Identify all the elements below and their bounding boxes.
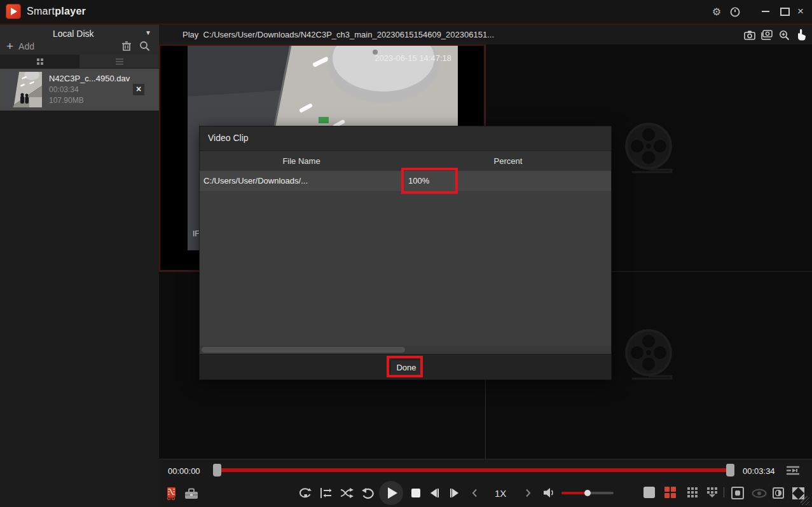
speed-down-button[interactable] [472,489,478,497]
video-clip-icon [165,487,178,501]
mute-button[interactable] [543,487,555,498]
volume-handle[interactable] [584,490,591,496]
add-file-button[interactable]: + Add [6,40,34,52]
plus-icon: + [6,40,13,52]
dialog-horizontal-scrollbar[interactable] [200,346,611,354]
playback-controls: 00:00:00 00:03:34 [159,459,812,507]
remove-file-icon: × [136,84,141,94]
close-icon: × [797,5,804,17]
next-frame-button[interactable] [450,489,458,497]
source-selector-label: Local Disk [53,29,94,39]
volume-slider[interactable] [561,492,614,494]
help-button[interactable] [729,6,741,18]
stop-button[interactable] [411,489,420,497]
dialog-title: Video Clip [208,133,249,143]
play-order-button[interactable] [320,487,333,499]
app-logo-icon [6,4,21,19]
chevron-down-icon: ▼ [145,29,151,36]
drag-mode-button[interactable] [795,29,808,41]
image-adjust-button[interactable] [773,487,784,499]
clip-end-handle[interactable] [726,464,734,477]
now-playing-path: Play C:/Users/User/Downloads/N42C3P_ch3_… [182,30,494,39]
clip-start-handle[interactable] [213,464,221,477]
sidebar-header: Local Disk ▼ + Add [0,25,159,55]
video-clip-button[interactable] [165,487,178,501]
digital-zoom-button[interactable] [778,29,790,41]
stop-icon [411,489,420,497]
search-icon [139,41,150,51]
chevron-right-icon [525,489,531,497]
eye-icon [752,489,767,498]
annotation-box-percent [401,168,458,194]
layout-more-icon [707,487,717,497]
row-file-path: C:/Users/User/Downloads/... [203,176,308,186]
scrollbar-thumb[interactable] [202,347,405,353]
film-reel-icon [618,119,679,177]
smart-player-window: Smartplayer ⚙ × Local Disk ▼ + Add [0,0,812,507]
remove-file-button[interactable]: × [133,84,144,95]
fisheye-button[interactable] [752,489,767,498]
layout-single-button[interactable] [643,487,655,498]
thumbnail-view-icon [37,58,43,65]
skip-playback-button[interactable] [340,487,354,499]
shuffle-icon [340,487,354,499]
annotation-box-done [387,356,423,377]
layout-more-button[interactable] [707,487,717,497]
speaker-icon [543,487,555,498]
undo-arrow-icon [361,487,375,499]
elapsed-time: 00:00:00 [168,466,200,476]
file-list-item[interactable]: N42C3P_c...4950.dav 00:03:34 107.90MB × [0,69,159,111]
camera-icon [744,30,755,40]
play-icon [388,487,397,499]
column-file-name: File Name [200,156,403,166]
sidebar-view-tabs [0,55,159,68]
video-osd-timestamp: 2023-06-15 14:47:18 [375,53,451,63]
film-reel-icon [618,326,679,383]
gear-icon: ⚙ [712,7,721,17]
hand-icon [797,29,806,41]
toolbox-button[interactable] [184,488,198,499]
burst-camera-icon [760,30,773,40]
search-button[interactable] [139,41,151,52]
original-scale-button[interactable] [731,487,744,499]
file-duration: 00:03:34 [49,85,79,94]
file-thumbnail [5,72,42,107]
speed-up-button[interactable] [525,489,531,497]
tab-thumbnail-view[interactable] [0,55,79,68]
minimize-icon [762,11,769,12]
layout-separator [724,487,724,497]
column-percent: Percent [403,156,613,166]
speed-value: 1X [495,488,506,499]
layout-nine-button[interactable] [687,487,698,497]
loop-icon [299,487,312,499]
settings-button[interactable]: ⚙ [710,6,723,18]
continuous-snapshot-button[interactable] [760,29,773,41]
previous-frame-button[interactable] [430,489,439,497]
file-name: N42C3P_c...4950.dav [49,74,130,83]
close-button[interactable]: × [797,4,804,19]
tab-list-view[interactable] [79,55,159,68]
dialog-titlebar: Video Clip [200,126,611,151]
toolbox-icon [184,488,198,499]
trash-icon [121,41,132,51]
scale-icon [731,487,744,499]
layout-4-icon [664,487,676,498]
volume-fill [561,492,587,494]
snapshot-button[interactable] [743,29,756,41]
step-list-icon [320,487,333,499]
resize-grip[interactable] [801,496,809,505]
frame-list-button[interactable] [786,465,800,476]
sidebar: Local Disk ▼ + Add [0,25,159,507]
loop-playback-button[interactable] [299,487,312,499]
support-dial-icon [729,6,741,18]
next-frame-icon [452,489,458,497]
play-button[interactable] [379,481,403,505]
timeline-track[interactable] [216,468,731,472]
layout-9-icon [687,487,698,497]
rewind-button[interactable] [361,487,375,499]
layout-quad-button[interactable] [664,487,676,498]
list-view-icon [116,57,123,66]
app-title: Smartplayer [27,6,86,17]
prev-frame-icon [430,489,437,497]
delete-all-button[interactable] [121,41,133,52]
